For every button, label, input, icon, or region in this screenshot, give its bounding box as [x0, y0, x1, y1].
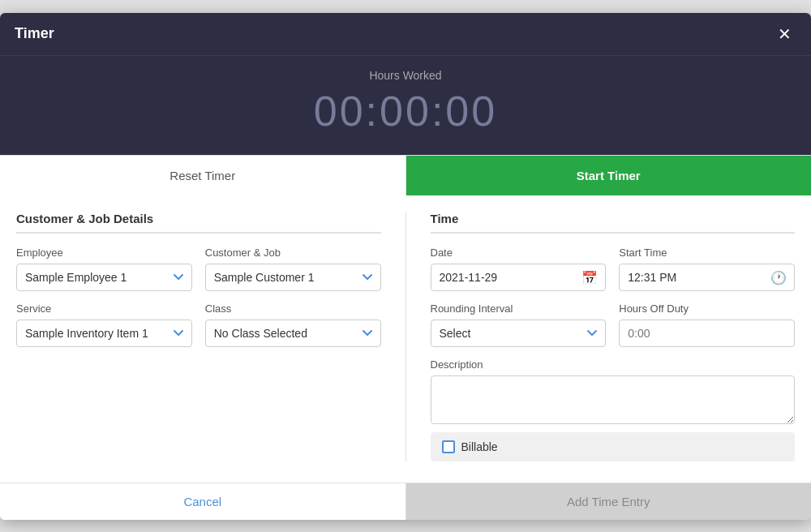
hours-off-duty-label: Hours Off Duty: [619, 302, 795, 315]
billable-label: Billable: [461, 440, 498, 453]
date-group: Date 📅: [431, 247, 607, 291]
rounding-group: Rounding Interval Select: [431, 302, 607, 347]
service-label: Service: [16, 302, 192, 315]
reset-timer-button[interactable]: Reset Timer: [0, 156, 406, 195]
customer-job-label: Customer & Job: [205, 247, 381, 259]
timer-modal: Timer ✕ Hours Worked 00:00:00 Reset Time…: [0, 13, 811, 520]
class-select[interactable]: No Class Selected: [205, 320, 381, 347]
close-button[interactable]: ✕: [773, 24, 796, 44]
modal-title: Timer: [15, 25, 54, 42]
employee-group: Employee Sample Employee 1: [16, 247, 192, 291]
description-textarea[interactable]: [431, 375, 796, 424]
date-starttime-row: Date 📅 Start Time 🕐: [431, 247, 796, 291]
class-label: Class: [205, 302, 381, 315]
time-wrapper: 🕐: [619, 264, 795, 291]
cancel-button[interactable]: Cancel: [0, 483, 406, 520]
time-section-title: Time: [431, 212, 796, 234]
service-class-row: Service Sample Inventory Item 1 Class No…: [16, 302, 381, 347]
employee-customer-row: Employee Sample Employee 1 Customer & Jo…: [16, 247, 381, 291]
hours-off-duty-group: Hours Off Duty: [619, 302, 795, 347]
footer-buttons: Cancel Add Time Entry: [0, 483, 811, 520]
employee-select[interactable]: Sample Employee 1: [16, 264, 192, 291]
employee-label: Employee: [16, 247, 192, 259]
action-buttons: Reset Timer Start Timer: [0, 155, 811, 195]
timer-display: 00:00:00: [0, 87, 811, 135]
main-content: Customer & Job Details Employee Sample E…: [0, 195, 811, 470]
start-time-label: Start Time: [619, 247, 795, 259]
start-time-input[interactable]: [619, 264, 795, 291]
customer-job-group: Customer & Job Sample Customer 1: [205, 247, 381, 291]
timer-section: Hours Worked 00:00:00: [0, 55, 811, 155]
customer-job-section-title: Customer & Job Details: [16, 212, 381, 234]
add-time-entry-button[interactable]: Add Time Entry: [406, 483, 812, 520]
rounding-hoursoffduty-row: Rounding Interval Select Hours Off Duty: [431, 302, 796, 347]
description-label: Description: [431, 358, 796, 371]
left-panel: Customer & Job Details Employee Sample E…: [16, 212, 406, 461]
customer-job-select[interactable]: Sample Customer 1: [205, 264, 381, 291]
billable-checkbox[interactable]: [442, 440, 455, 453]
description-group: Description: [431, 358, 796, 424]
service-group: Service Sample Inventory Item 1: [16, 302, 192, 347]
date-label: Date: [431, 247, 607, 259]
start-timer-button[interactable]: Start Timer: [406, 156, 812, 195]
hours-worked-label: Hours Worked: [0, 69, 811, 82]
class-group: Class No Class Selected: [205, 302, 381, 347]
rounding-label: Rounding Interval: [431, 302, 607, 315]
rounding-select[interactable]: Select: [431, 320, 607, 347]
modal-header: Timer ✕: [0, 13, 811, 55]
date-input[interactable]: [431, 264, 607, 291]
service-select[interactable]: Sample Inventory Item 1: [16, 320, 192, 347]
start-time-group: Start Time 🕐: [619, 247, 795, 291]
right-panel: Time Date 📅 Start Time 🕐: [431, 212, 796, 461]
date-wrapper: 📅: [431, 264, 607, 291]
billable-section: Billable: [431, 432, 796, 461]
hours-off-duty-input[interactable]: [619, 320, 795, 347]
